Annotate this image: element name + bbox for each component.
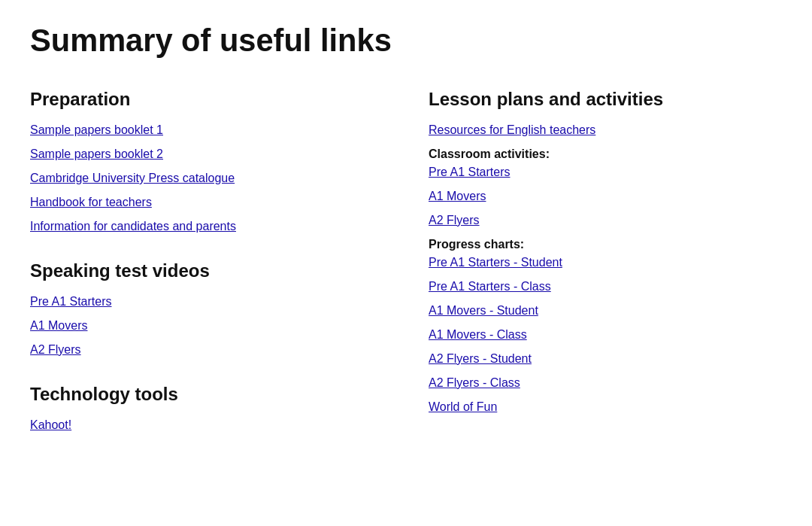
section-heading: Preparation (30, 89, 383, 110)
right-section: Lesson plans and activitiesResources for… (429, 89, 782, 414)
link-item[interactable]: A2 Flyers (30, 343, 383, 357)
sub-label: Progress charts: (429, 238, 782, 251)
link-item[interactable]: Cambridge University Press catalogue (30, 172, 383, 185)
link-item[interactable]: Kahoot! (30, 418, 383, 432)
link-item[interactable]: Information for candidates and parents (30, 220, 383, 233)
link-item[interactable]: Resources for English teachers (429, 123, 782, 137)
link-item[interactable]: A2 Flyers - Class (429, 376, 782, 390)
sub-label: Classroom activities: (429, 147, 782, 161)
link-item[interactable]: Pre A1 Starters - Class (429, 280, 782, 293)
page-title: Summary of useful links (30, 23, 782, 59)
link-item[interactable]: A1 Movers (30, 319, 383, 333)
section-heading: Speaking test videos (30, 260, 383, 281)
section-heading: Technology tools (30, 384, 383, 405)
left-section: Speaking test videosPre A1 StartersA1 Mo… (30, 260, 383, 357)
link-item[interactable]: Handbook for teachers (30, 196, 383, 209)
left-section: PreparationSample papers booklet 1Sample… (30, 89, 383, 233)
link-item[interactable]: Pre A1 Starters - Student (429, 256, 782, 269)
left-column: PreparationSample papers booklet 1Sample… (30, 89, 383, 459)
link-item[interactable]: A1 Movers - Class (429, 328, 782, 342)
link-item[interactable]: Sample papers booklet 2 (30, 147, 383, 161)
link-item[interactable]: A2 Flyers - Student (429, 352, 782, 366)
link-item[interactable]: Sample papers booklet 1 (30, 123, 383, 137)
link-item[interactable]: A1 Movers (429, 190, 782, 203)
left-section: Technology toolsKahoot! (30, 384, 383, 432)
link-item[interactable]: A1 Movers - Student (429, 304, 782, 318)
link-item[interactable]: Pre A1 Starters (429, 166, 782, 179)
link-item[interactable]: Pre A1 Starters (30, 295, 383, 309)
link-item[interactable]: A2 Flyers (429, 214, 782, 227)
section-heading: Lesson plans and activities (429, 89, 782, 110)
link-item[interactable]: World of Fun (429, 400, 782, 414)
right-column: Lesson plans and activitiesResources for… (429, 89, 782, 459)
